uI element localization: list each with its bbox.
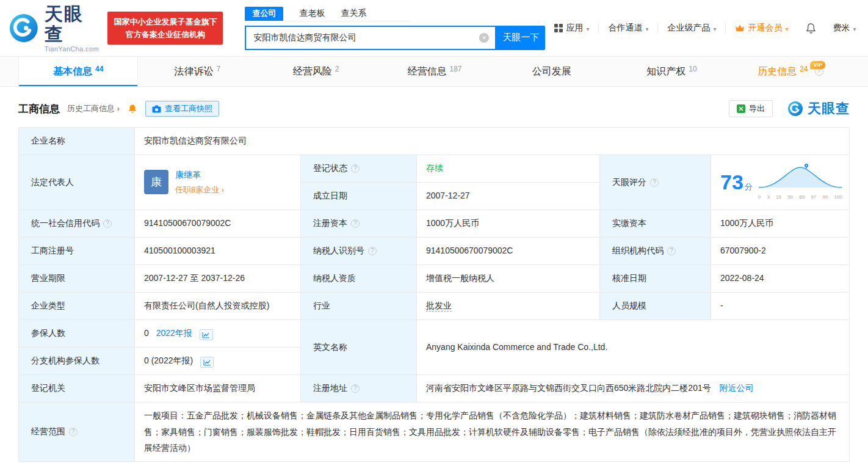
credential-line2: 官方备案企业征信机构	[114, 28, 217, 41]
tab-label: 法律诉讼	[175, 65, 214, 78]
score-curve-chart[interactable]: 031550859799100	[758, 163, 843, 201]
table-row: 登记机关 安阳市文峰区市场监督管理局 注册地址 河南省安阳市文峰区平原路与文锦西…	[19, 375, 850, 403]
legal-rep-avatar[interactable]: 康	[144, 170, 168, 194]
question-icon[interactable]	[351, 384, 360, 393]
table-row: 营业期限 2007-12-27 至 2037-12-26 纳税人资质 增值税一般…	[19, 265, 850, 293]
field-label-establish-date: 成立日期	[301, 183, 417, 210]
tab-company-development[interactable]: 公司发展	[494, 57, 612, 86]
camera-icon	[152, 105, 161, 113]
tab-intellectual-property[interactable]: 知识产权 10	[612, 57, 731, 86]
question-icon[interactable]	[368, 247, 377, 255]
excel-icon	[737, 104, 745, 113]
industry-value: 批发业	[417, 293, 600, 320]
annual-report-link[interactable]: 2022年报	[156, 328, 192, 338]
industry-link[interactable]: 批发业	[426, 301, 452, 312]
question-icon[interactable]	[103, 219, 112, 228]
score-value: 73	[720, 170, 743, 194]
legal-rep-name-link[interactable]: 康继革	[175, 169, 224, 182]
field-label-company-type: 企业类型	[19, 293, 135, 320]
tab-count: 2	[335, 65, 339, 73]
table-row: 法定代表人 康 康继革 任职8家企业 › 登记状态 存续	[19, 155, 850, 183]
tab-business-info[interactable]: 经营信息 187	[375, 57, 494, 86]
field-label-business-scope: 经营范围	[19, 403, 135, 462]
tab-legal-proceedings[interactable]: 法律诉讼 7	[138, 57, 256, 86]
nav-enterprise[interactable]: 企业级产品	[658, 23, 726, 34]
credential-line1: 国家中小企业发展子基金旗下	[114, 15, 217, 28]
nav-open-vip[interactable]: 开通会员	[726, 23, 797, 34]
logo-title: 天眼查	[45, 4, 101, 44]
history-business-info-link[interactable]: 历史工商信息 ›	[67, 103, 120, 114]
search-tab-boss[interactable]: 查老板	[299, 8, 325, 19]
tab-operating-risk[interactable]: 经营风险 2	[257, 57, 375, 86]
score-cell: 73分 031550859799100	[711, 155, 850, 210]
search-row: 天眼一下	[245, 26, 545, 50]
company-type-value: 有限责任公司(自然人投资或控股)	[135, 293, 301, 320]
nav-user[interactable]: 费米	[824, 23, 866, 34]
field-label-reg-capital: 注册资本	[301, 210, 417, 238]
field-label-english-name: 英文名称	[301, 320, 417, 375]
question-icon[interactable]	[69, 428, 78, 436]
logo-domain: TianYanCha.com	[45, 45, 101, 53]
trend-chart-icon[interactable]	[200, 357, 214, 368]
nearby-companies-link[interactable]: 附近公司	[720, 383, 754, 393]
business-info-table: 企业名称 安阳市凯信达商贸有限公司 法定代表人 康 康继革 任职8家企业 ›	[18, 127, 850, 462]
branch-insured-cell: 0 (2022年报)	[135, 348, 301, 375]
nav-user-label: 费米	[833, 23, 850, 34]
subscribe-bell-icon[interactable]	[128, 104, 137, 114]
view-snapshot-button[interactable]: 查看工商快照	[145, 101, 219, 117]
top-header: 天眼查 TianYanCha.com 国家中小企业发展子基金旗下 官方备案企业征…	[0, 0, 868, 56]
credit-code-value: 91410500670079002C	[135, 210, 301, 238]
export-button[interactable]: 导出	[729, 100, 773, 117]
search-input[interactable]	[246, 33, 479, 43]
reg-capital-value: 1000万人民币	[417, 210, 600, 238]
search-tab-relation[interactable]: 查关系	[341, 8, 366, 19]
top-nav: 应用 合作通道 企业级产品 开通会员	[545, 23, 865, 34]
paid-capital-value: 1000万人民币	[711, 210, 850, 238]
tianyancha-logo-icon	[9, 12, 39, 44]
chevron-down-icon	[853, 23, 856, 33]
field-label-taxpayer-quality: 纳税人资质	[301, 265, 417, 293]
table-row: 企业类型 有限责任公司(自然人投资或控股) 行业 批发业 人员规模 -	[19, 293, 850, 320]
search-tab-company[interactable]: 查公司	[245, 7, 283, 21]
branch-insured-value: 0 (2022年报)	[144, 355, 193, 365]
tab-basic-info[interactable]: 基本信息 44	[18, 57, 138, 86]
field-label-paid-capital: 实缴资本	[600, 210, 711, 238]
business-scope-value: 一般项目：五金产品批发；机械设备销售；金属链条及其他金属制品销售；专用化学产品销…	[135, 403, 850, 462]
nav-apps-label: 应用	[566, 23, 583, 34]
field-label-reg-address: 注册地址	[301, 375, 417, 403]
legal-rep-companies-link[interactable]: 任职8家企业 ›	[175, 184, 224, 196]
search-button[interactable]: 天眼一下	[496, 26, 545, 50]
field-label-credit-code: 统一社会信用代码	[19, 210, 135, 238]
field-label-company-name: 企业名称	[19, 128, 135, 155]
reg-number-value: 410500100003921	[135, 238, 301, 265]
vip-badge: VIP	[810, 61, 825, 69]
field-label-branch-insured: 分支机构参保人数	[19, 348, 135, 375]
question-icon[interactable]	[650, 178, 659, 187]
main-content: 工商信息 历史工商信息 › 查看工商快照	[0, 100, 868, 462]
search-block: 查公司 查老板 查关系 天眼一下	[245, 7, 545, 50]
question-icon[interactable]	[351, 164, 360, 173]
trend-chart-icon[interactable]	[200, 329, 213, 340]
nav-apps[interactable]: 应用	[545, 23, 599, 34]
tab-history-info[interactable]: VIP 历史信息 24	[731, 57, 850, 86]
reg-address-value: 河南省安阳市文峰区平原路与文锦西街交叉口向西650米路北院内二楼201号	[426, 383, 711, 393]
field-label-reg-authority: 登记机关	[19, 375, 135, 403]
export-label: 导出	[749, 103, 765, 114]
insured-count-value: 0	[144, 328, 149, 338]
staff-size-value: -	[711, 293, 850, 320]
nav-partner-label: 合作通道	[608, 23, 642, 34]
section-title: 工商信息	[18, 102, 60, 116]
table-row: 经营范围 一般项目：五金产品批发；机械设备销售；金属链条及其他金属制品销售；专用…	[19, 403, 850, 462]
score-axis: 031550859799100	[758, 194, 843, 201]
taxpayer-id-value: 91410500670079002C	[417, 238, 600, 265]
notifications-bell-icon[interactable]	[798, 23, 824, 34]
question-icon[interactable]	[351, 219, 360, 228]
clear-icon[interactable]	[479, 33, 489, 43]
tianyancha-logo[interactable]: 天眼查 TianYanCha.com	[9, 4, 100, 53]
field-label-business-term: 营业期限	[19, 265, 135, 293]
section-header-right: 导出 天眼查	[729, 100, 850, 118]
tab-count: 187	[449, 65, 461, 73]
question-icon[interactable]	[667, 247, 676, 255]
nav-partner[interactable]: 合作通道	[599, 23, 658, 34]
approval-date-value: 2022-08-24	[711, 265, 850, 293]
